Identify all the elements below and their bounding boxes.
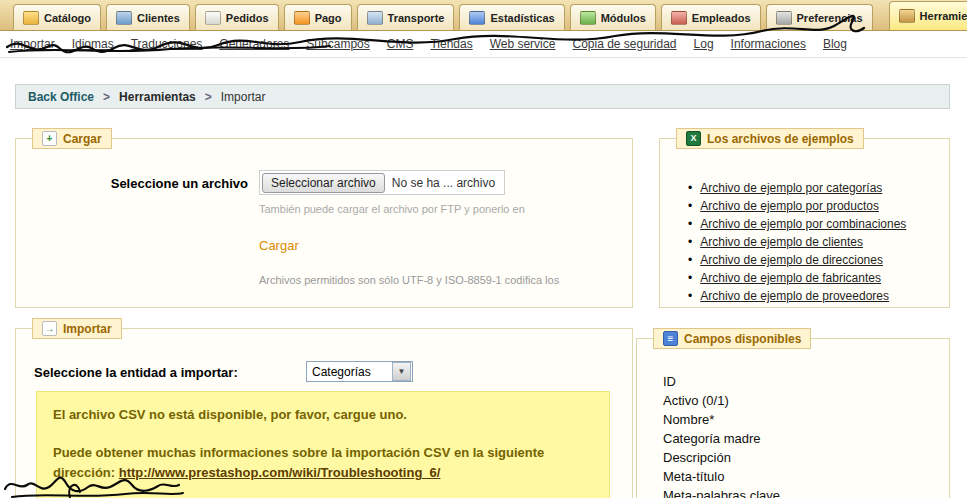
list-item: Archivo de ejemplo de direcciones [688, 253, 906, 267]
catalog-icon [23, 11, 39, 25]
nav-tiendas[interactable]: Tiendas [430, 37, 472, 51]
breadcrumb-page: Importar [221, 90, 266, 104]
tab-estadisticas[interactable]: Estadísticas [459, 4, 564, 30]
breadcrumb-herramientas[interactable]: Herramientas [119, 90, 196, 104]
modules-icon [580, 11, 596, 25]
tab-transporte[interactable]: Transporte [357, 4, 455, 30]
nav-subcampos[interactable]: Subcampos [306, 37, 369, 51]
file-label: Seleccione un archivo [16, 176, 248, 191]
list-item: Archivo de ejemplo por categorías [688, 181, 906, 195]
entity-select[interactable]: Categorías ▼ [306, 361, 413, 382]
nav-traducciones[interactable]: Traducciones [131, 37, 203, 51]
file-input[interactable]: Seleccionar archivo No se ha ... archivo [259, 170, 505, 195]
field-item: Descripción [663, 450, 780, 465]
tab-label: Herramientas [920, 10, 967, 22]
example-files-list: Archivo de ejemplo por categorías Archiv… [688, 181, 906, 307]
tab-label: Pedidos [226, 12, 269, 24]
nav-log[interactable]: Log [694, 37, 714, 51]
import-legend-icon: → [42, 321, 57, 336]
upload-legend-icon: + [42, 131, 57, 146]
field-item: Nombre* [663, 412, 780, 427]
excel-icon: X [686, 131, 701, 146]
shipping-icon [367, 11, 383, 25]
tab-clientes[interactable]: Clientes [106, 4, 190, 30]
upload-submit-button[interactable]: Cargar [259, 238, 299, 253]
list-item: Archivo de ejemplo por combinaciones [688, 217, 906, 231]
preferences-icon [776, 11, 792, 25]
list-item: Archivo de ejemplo de clientes [688, 235, 906, 249]
breadcrumb-back-office[interactable]: Back Office [28, 90, 94, 104]
csv-warning-box: El archivo CSV no está disponible, por f… [36, 391, 610, 498]
main-tab-bar: Catálogo Clientes Pedidos Pago Transport… [0, 0, 967, 31]
breadcrumb: Back Office > Herramientas > Importar [15, 84, 950, 109]
tab-label: Empleados [692, 12, 751, 24]
available-fields-list: ID Activo (0/1) Nombre* Categoría madre … [663, 374, 780, 498]
fields-legend: ≡ Campos disponibles [653, 328, 811, 349]
breadcrumb-separator: > [103, 90, 110, 104]
nav-informaciones[interactable]: Informaciones [731, 37, 806, 51]
import-panel: → Importar Seleccione la entidad a impor… [15, 328, 633, 498]
tab-label: Catálogo [44, 12, 91, 24]
tab-label: Módulos [601, 12, 646, 24]
chevron-down-icon: ▼ [392, 362, 411, 381]
breadcrumb-separator: > [205, 90, 212, 104]
tab-label: Transporte [388, 12, 445, 24]
examples-legend-label: Los archivos de ejemplos [707, 132, 854, 146]
tab-preferencias[interactable]: Preferencias [766, 4, 873, 30]
troubleshooting-link[interactable]: http://www.prestashop.com/wiki/Troublesh… [119, 465, 441, 480]
choose-file-button[interactable]: Seleccionar archivo [262, 173, 385, 193]
entity-label: Seleccione la entidad a importar: [34, 365, 238, 380]
tab-label: Estadísticas [490, 12, 554, 24]
example-link-combinaciones[interactable]: Archivo de ejemplo por combinaciones [700, 217, 906, 231]
tab-empleados[interactable]: Empleados [661, 4, 761, 30]
nav-web-service[interactable]: Web service [490, 37, 556, 51]
example-link-fabricantes[interactable]: Archivo de ejemplo de fabricantes [700, 271, 881, 285]
examples-legend: X Los archivos de ejemplos [676, 128, 864, 149]
nav-idiomas[interactable]: Idiomas [72, 37, 114, 51]
tab-pago[interactable]: Pago [284, 4, 352, 30]
tab-label: Preferencias [797, 12, 863, 24]
import-legend-label: Importar [63, 322, 112, 336]
nav-cms[interactable]: CMS [387, 37, 414, 51]
prestashop-admin-import-page: Catálogo Clientes Pedidos Pago Transport… [0, 0, 967, 498]
nav-generadores[interactable]: Generadores [219, 37, 289, 51]
field-item: Meta-título [663, 469, 780, 484]
orders-icon [205, 11, 221, 25]
tools-icon [899, 9, 915, 23]
example-link-direcciones[interactable]: Archivo de ejemplo de direcciones [700, 253, 883, 267]
list-item: Archivo de ejemplo por productos [688, 199, 906, 213]
tab-modulos[interactable]: Módulos [570, 4, 656, 30]
tab-label: Clientes [137, 12, 180, 24]
tab-herramientas[interactable]: Herramientas [889, 1, 967, 30]
nav-copia-seguridad[interactable]: Copia de seguridad [572, 37, 676, 51]
fields-legend-icon: ≡ [663, 331, 678, 346]
fields-legend-label: Campos disponibles [684, 332, 801, 346]
field-item: Meta-palabras clave [663, 488, 780, 498]
nav-blog[interactable]: Blog [823, 37, 847, 51]
upload-legend: + Cargar [32, 128, 112, 149]
entity-select-value: Categorías [307, 365, 392, 379]
stats-icon [469, 11, 485, 25]
allowed-files-hint: Archivos permitidos son sólo UTF-8 y ISO… [259, 274, 559, 286]
example-link-categorias[interactable]: Archivo de ejemplo por categorías [700, 181, 882, 195]
field-item: Activo (0/1) [663, 393, 780, 408]
tab-label: Pago [315, 12, 342, 24]
tab-catalogo[interactable]: Catálogo [13, 4, 101, 30]
nav-importar[interactable]: Importar [10, 37, 55, 51]
upload-legend-label: Cargar [63, 132, 102, 146]
tools-submenu: Importar Idiomas Traducciones Generadore… [0, 31, 967, 58]
example-link-clientes[interactable]: Archivo de ejemplo de clientes [700, 235, 863, 249]
warning-line1: El archivo CSV no está disponible, por f… [53, 405, 593, 425]
field-item: Categoría madre [663, 431, 780, 446]
available-fields-panel: ≡ Campos disponibles ID Activo (0/1) Nom… [636, 338, 950, 498]
example-files-panel: X Los archivos de ejemplos Archivo de ej… [659, 138, 950, 308]
example-link-proveedores[interactable]: Archivo de ejemplo de proveedores [700, 289, 889, 303]
customers-icon [116, 11, 132, 25]
import-legend: → Importar [32, 318, 122, 339]
ftp-hint: También puede cargar el archivo por FTP … [259, 203, 525, 215]
example-link-productos[interactable]: Archivo de ejemplo por productos [700, 199, 879, 213]
field-item: ID [663, 374, 780, 389]
tab-pedidos[interactable]: Pedidos [195, 4, 279, 30]
warning-line2: Puede obtener muchas informaciones sobre… [53, 443, 593, 483]
payment-icon [294, 11, 310, 25]
